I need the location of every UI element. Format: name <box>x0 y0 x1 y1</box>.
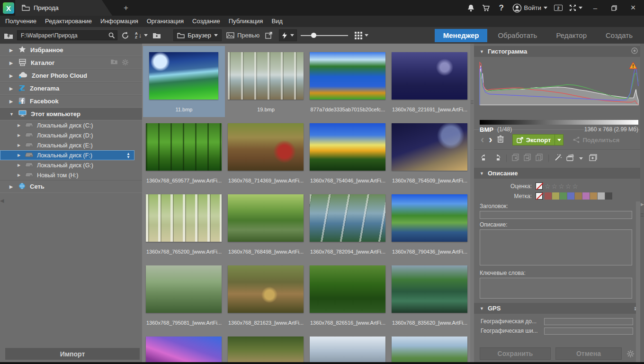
color-label-swatch-2[interactable] <box>552 192 559 200</box>
photo-cell-1[interactable]: 11.bmp <box>143 46 225 117</box>
add-folder-icon[interactable] <box>110 59 118 67</box>
previous-file-button[interactable]: ‹ <box>481 135 484 145</box>
new-folder-button[interactable] <box>152 32 161 39</box>
minimize-button[interactable]: – <box>587 2 603 14</box>
folder-tab[interactable]: Природа <box>15 0 112 16</box>
photo-cell-3[interactable]: 877a7dde3335ab7015b20cefc... <box>307 46 389 117</box>
histogram-settings-icon[interactable] <box>631 47 638 56</box>
photo-thumbnail[interactable] <box>228 52 304 100</box>
photo-cell-18[interactable] <box>225 330 307 362</box>
panel-collapse-strip[interactable]: ▶ <box>640 44 644 362</box>
photo-cell-17[interactable] <box>143 330 225 362</box>
drive-item-f[interactable]: ▶Локальный диск (F:)▲▼ <box>0 150 134 160</box>
description-textarea[interactable] <box>480 229 632 265</box>
photo-cell-7[interactable]: 1360x768_754046_[www.ArtFi... <box>307 117 389 188</box>
splitter-grip[interactable] <box>471 100 474 105</box>
photo-cell-8[interactable]: 1360x768_754509_[www.ArtFi... <box>389 117 470 188</box>
star-icon[interactable]: ☆ <box>545 182 552 190</box>
photo-cell-13[interactable]: 1360x768_795081_[www.ArtFi... <box>143 259 225 330</box>
import-button[interactable]: Импорт <box>5 347 140 360</box>
photo-thumbnail[interactable] <box>310 123 385 171</box>
mode-tab-3[interactable]: Редактор <box>547 29 595 42</box>
photo-cell-16[interactable]: 1360x768_835620_[www.ArtFi... <box>389 259 470 330</box>
sidebar-item-zonerama[interactable]: ▶Zonerama <box>0 82 142 95</box>
magic-wand-button[interactable] <box>554 154 562 163</box>
color-label-swatch-4[interactable] <box>567 192 574 200</box>
folder-up-button[interactable] <box>4 32 13 39</box>
photo-thumbnail[interactable] <box>146 194 222 242</box>
drive-item-c[interactable]: ▶Локальный диск (C:) <box>0 120 142 130</box>
sidebar-item-item[interactable]: ▶Избранное <box>0 44 142 56</box>
photo-cell-4[interactable]: 1360x768_221691_[www.ArtFi... <box>389 46 470 117</box>
open-external-button[interactable] <box>265 32 272 39</box>
search-icon[interactable] <box>108 32 115 39</box>
mode-tab-1[interactable]: Менеджер <box>435 29 488 42</box>
photo-thumbnail[interactable] <box>310 265 385 313</box>
save-button[interactable]: Сохранить <box>480 347 551 360</box>
drive-item-h[interactable]: ▶Новый том (H:) <box>0 170 142 180</box>
menu-item-7[interactable]: Вид <box>267 16 287 27</box>
photo-cell-10[interactable]: 1360x768_768498_[www.ArtFi... <box>225 188 307 259</box>
sidebar-item-facebook[interactable]: ▶Facebook <box>0 95 142 108</box>
reorder-arrows-icon[interactable]: ▲▼ <box>126 152 134 159</box>
thumbnail-size-slider[interactable] <box>301 35 348 36</box>
sort-button[interactable]: AZ ↓ <box>135 32 148 39</box>
photo-thumbnail[interactable] <box>228 123 304 171</box>
copy-add-button[interactable] <box>512 154 519 163</box>
add-to-collection-button[interactable] <box>589 154 598 163</box>
gps-header[interactable]: ▼ GPS ≡ <box>474 303 644 314</box>
photo-cell-2[interactable]: 19.bmp <box>225 46 307 117</box>
photo-thumbnail[interactable] <box>392 194 467 242</box>
star-icon[interactable]: ☆ <box>552 182 559 190</box>
color-label-swatch-8[interactable] <box>598 192 605 200</box>
photo-cell-9[interactable]: 1360x768_765200_[www.ArtFi... <box>143 188 225 259</box>
path-field[interactable]: F:\Wallpaper\Природа <box>17 30 117 40</box>
sidebar-item-item[interactable]: ▼Этот компьютер <box>0 108 142 120</box>
photo-cell-5[interactable]: 1360x768_659577_[www.ArtFi... <box>143 117 225 188</box>
settings-gear-icon[interactable] <box>626 350 635 358</box>
photo-thumbnail[interactable] <box>146 337 222 362</box>
photo-cell-14[interactable]: 1360x768_821623_[www.ArtFi... <box>225 259 307 330</box>
refresh-icon[interactable] <box>121 32 129 39</box>
latitude-input[interactable] <box>544 328 633 335</box>
photo-thumbnail[interactable] <box>228 194 304 242</box>
sidebar-collapse-arrow[interactable]: ◀ <box>0 198 4 204</box>
preview-button[interactable]: Превью <box>226 32 259 39</box>
menu-item-6[interactable]: Публикация <box>224 16 268 27</box>
longitude-input[interactable] <box>544 318 633 325</box>
menu-item-3[interactable]: Информация <box>96 16 143 27</box>
rating-none-swatch[interactable] <box>536 182 543 190</box>
panel-splitter[interactable] <box>470 44 474 362</box>
share-button[interactable]: Поделиться <box>573 136 619 144</box>
clipping-warning-icon[interactable] <box>629 62 637 71</box>
photo-thumbnail[interactable] <box>392 123 467 171</box>
photo-thumbnail[interactable] <box>228 265 304 313</box>
copy-one-button[interactable]: 1 <box>536 154 543 163</box>
export-button[interactable]: Экспорт <box>512 134 564 146</box>
rating-stars[interactable]: ☆☆☆☆☆ <box>545 182 579 190</box>
description-header[interactable]: ▼ Описание <box>474 168 644 179</box>
photo-thumbnail[interactable] <box>228 337 304 362</box>
star-icon[interactable]: ☆ <box>572 182 579 190</box>
color-label-swatch-7[interactable] <box>590 192 597 200</box>
drive-item-e[interactable]: ▶Локальный диск (E:) <box>0 140 142 150</box>
color-label-swatch-1[interactable] <box>545 192 552 200</box>
sidebar-item-network[interactable]: ▶Сеть <box>0 180 142 193</box>
quick-edits-button[interactable] <box>279 29 297 41</box>
view-layout-button[interactable] <box>355 32 368 39</box>
new-tab-button[interactable]: + <box>121 3 131 13</box>
panel-collapse-arrow[interactable]: ▶ <box>641 202 644 207</box>
account-login-button[interactable]: Войти <box>510 2 549 14</box>
photo-cell-6[interactable]: 1360x768_714369_[www.ArtFi... <box>225 117 307 188</box>
photo-thumbnail[interactable] <box>392 52 467 100</box>
keywords-textarea[interactable] <box>480 278 632 299</box>
color-label-swatch-3[interactable] <box>560 192 567 200</box>
star-icon[interactable]: ☆ <box>558 182 565 190</box>
drive-item-g[interactable]: ▶Локальный диск (G:) <box>0 160 142 170</box>
help-button[interactable]: ? <box>495 2 508 14</box>
photo-thumbnail[interactable] <box>310 52 385 100</box>
slider-knob[interactable] <box>311 33 316 38</box>
rotate-right-button[interactable] <box>493 154 501 163</box>
photo-thumbnail[interactable] <box>392 265 467 313</box>
sidebar-item-zoner-photo-cloud[interactable]: ▶Zoner Photo Cloud <box>0 69 142 82</box>
